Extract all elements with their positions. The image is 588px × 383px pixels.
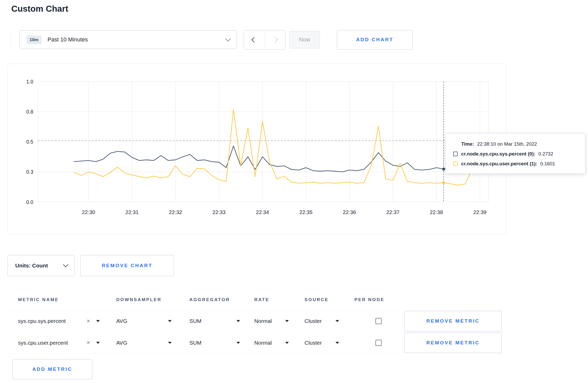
chevron-down-icon — [63, 262, 68, 267]
metric-row: sys.cpu.sys.percent × AVG SUM N — [8, 310, 506, 332]
rate-dropdown[interactable]: Normal — [254, 318, 289, 324]
rate-dropdown[interactable]: Normal — [254, 340, 289, 346]
tooltip-time-value: 22:38:10 on Mar 15th, 2022 — [477, 141, 537, 147]
per-node-checkbox[interactable] — [375, 340, 382, 346]
source-dropdown[interactable]: Cluster — [305, 318, 339, 324]
header-aggregator: AGGREGATOR — [189, 297, 254, 302]
header-downsampler: DOWNSAMPLER — [116, 297, 189, 302]
caret-down-icon — [285, 320, 289, 322]
caret-down-icon — [285, 342, 289, 344]
svg-text:0.5: 0.5 — [26, 139, 33, 145]
close-icon[interactable]: × — [87, 318, 90, 324]
rate-value: Normal — [254, 318, 272, 324]
svg-text:22:36: 22:36 — [343, 209, 356, 215]
time-range-label: Past 10 Minutes — [47, 36, 88, 43]
metric-name-dropdown[interactable]: sys.cpu.user.percent × — [18, 340, 100, 346]
chart-controls: Units: Count REMOVE CHART — [8, 255, 588, 276]
time-range-dropdown[interactable]: 10m Past 10 Minutes — [19, 30, 237, 49]
tooltip-time-row: Time: 22:38:10 on Mar 15th, 2022 — [453, 139, 579, 149]
chart-svg[interactable]: 0.00.30.50.81.022:3022:3122:3222:3322:34… — [8, 64, 507, 222]
chevron-right-icon — [272, 37, 278, 42]
metric-name-dropdown[interactable]: sys.cpu.sys.percent × — [18, 318, 100, 324]
svg-text:22:39: 22:39 — [473, 209, 486, 215]
svg-text:22:31: 22:31 — [125, 209, 139, 215]
remove-metric-button[interactable]: REMOVE METRIC — [404, 333, 502, 353]
tooltip-user-value: 0.1601 — [540, 161, 555, 167]
add-metric-button[interactable]: ADD METRIC — [12, 359, 92, 379]
caret-down-icon — [236, 342, 240, 344]
source-dropdown[interactable]: Cluster — [305, 340, 339, 346]
chevron-down-icon — [225, 36, 231, 41]
add-chart-button[interactable]: ADD CHART — [337, 30, 412, 49]
chevron-left-icon — [251, 37, 257, 42]
tooltip-sys-label: cr.node.sys.cpu.sys.percent (0): — [461, 151, 535, 157]
chart-area: 0.00.30.50.81.022:3022:3122:3222:3322:34… — [8, 64, 506, 234]
metric-name: sys.cpu.user.percent — [18, 340, 68, 346]
header-per-node: PER NODE — [354, 297, 404, 302]
toolbar-divider — [11, 30, 11, 49]
metrics-table: METRIC NAME DOWNSAMPLER AGGREGATOR RATE … — [8, 289, 506, 379]
aggregator-dropdown[interactable]: SUM — [189, 318, 240, 324]
user-series-swatch-icon — [453, 161, 458, 166]
aggregator-value: SUM — [189, 340, 201, 346]
metrics-table-header: METRIC NAME DOWNSAMPLER AGGREGATOR RATE … — [8, 289, 506, 310]
svg-text:0.0: 0.0 — [26, 199, 33, 205]
downsampler-value: AVG — [116, 340, 127, 346]
tooltip-user-row: cr.node.sys.cpu.user.percent (1): 0.1601 — [453, 159, 579, 169]
header-metric-name: METRIC NAME — [18, 297, 116, 302]
svg-text:22:33: 22:33 — [212, 209, 226, 215]
per-node-checkbox[interactable] — [375, 318, 382, 324]
next-range-button[interactable] — [265, 30, 285, 49]
header-source: SOURCE — [305, 297, 354, 302]
aggregator-dropdown[interactable]: SUM — [189, 340, 240, 346]
svg-text:22:37: 22:37 — [386, 209, 400, 215]
svg-text:22:38: 22:38 — [430, 209, 443, 215]
sys-series-swatch-icon — [453, 152, 458, 156]
svg-text:22:30: 22:30 — [82, 209, 95, 215]
custom-chart-page: Custom Chart 10m Past 10 Minutes Now ADD… — [0, 0, 588, 383]
metric-row: sys.cpu.user.percent × AVG SUM — [8, 332, 506, 354]
downsampler-dropdown[interactable]: AVG — [116, 340, 172, 346]
downsampler-value: AVG — [116, 318, 127, 324]
svg-text:0.8: 0.8 — [26, 109, 33, 115]
caret-down-icon — [168, 342, 172, 344]
rate-value: Normal — [254, 340, 272, 346]
source-value: Cluster — [305, 340, 322, 346]
units-label: Units: Count — [15, 263, 48, 269]
remove-metric-button[interactable]: REMOVE METRIC — [404, 311, 502, 331]
caret-down-icon — [335, 342, 339, 344]
prev-range-button[interactable] — [244, 30, 265, 49]
caret-down-icon — [236, 320, 240, 322]
units-dropdown[interactable]: Units: Count — [8, 255, 75, 276]
toolbar: 10m Past 10 Minutes Now ADD CHART — [11, 30, 588, 49]
tooltip-sys-row: cr.node.sys.cpu.sys.percent (0): 0.2732 — [453, 149, 579, 159]
tooltip-sys-value: 0.2732 — [538, 151, 554, 157]
svg-text:0.3: 0.3 — [26, 169, 33, 175]
svg-text:22:35: 22:35 — [299, 209, 313, 215]
tooltip-time-label: Time: — [461, 141, 474, 147]
metric-name: sys.cpu.sys.percent — [18, 318, 66, 324]
page-title: Custom Chart — [11, 2, 588, 15]
source-value: Cluster — [305, 318, 322, 324]
aggregator-value: SUM — [189, 318, 201, 324]
svg-text:22:32: 22:32 — [169, 209, 182, 215]
downsampler-dropdown[interactable]: AVG — [116, 318, 172, 324]
svg-text:1.0: 1.0 — [26, 79, 33, 84]
caret-down-icon — [335, 320, 339, 322]
tooltip-user-label: cr.node.sys.cpu.user.percent (1): — [461, 161, 537, 167]
remove-chart-button[interactable]: REMOVE CHART — [80, 255, 174, 276]
caret-down-icon — [168, 320, 172, 322]
caret-down-icon — [96, 342, 100, 344]
svg-text:22:34: 22:34 — [256, 209, 269, 215]
time-range-badge: 10m — [26, 36, 41, 44]
header-rate: RATE — [254, 297, 305, 302]
now-button[interactable]: Now — [289, 31, 320, 48]
chart-tooltip: Time: 22:38:10 on Mar 15th, 2022 cr.node… — [445, 133, 585, 174]
caret-down-icon — [96, 320, 100, 322]
chart-card: 0.00.30.50.81.022:3022:3122:3222:3322:34… — [8, 64, 506, 234]
close-icon[interactable]: × — [87, 340, 90, 346]
time-pager — [244, 30, 285, 49]
